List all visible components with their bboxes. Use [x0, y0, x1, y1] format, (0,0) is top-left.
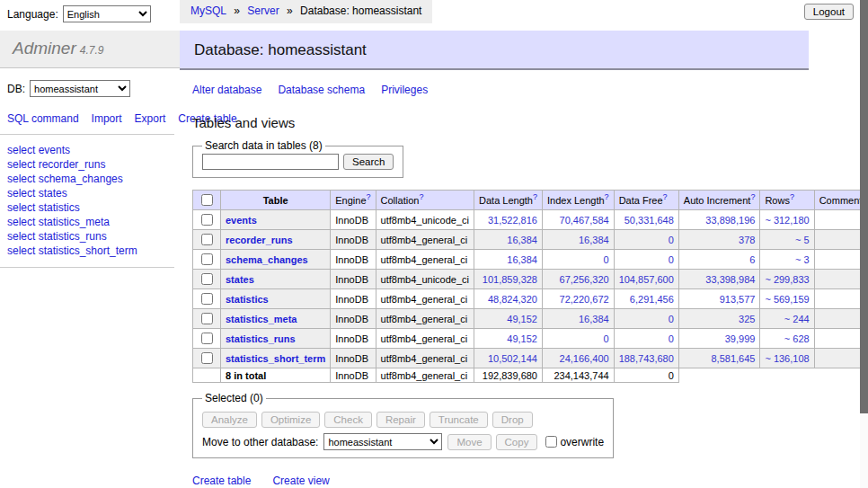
language-label: Language: [7, 8, 58, 21]
data-free-cell: 104,857,600 [614, 270, 678, 289]
help-sup: ? [605, 192, 609, 201]
row-checkbox-statistics_short_term[interactable] [201, 352, 213, 364]
row-checkbox-cell [193, 309, 221, 329]
column-header-index-length: Index Length? [542, 191, 614, 210]
help-sup: ? [533, 192, 537, 201]
sidebar-select-statistics-runs[interactable]: select statistics_runs [7, 230, 180, 244]
tables-and-views-heading: Tables and views [192, 115, 868, 130]
row-checkbox-schema_changes[interactable] [201, 253, 213, 265]
table-link-statistics_short_term[interactable]: statistics_short_term [226, 353, 325, 364]
help-link-index-length[interactable]: ? [605, 192, 609, 201]
auto-increment-cell: 39,999 [678, 329, 760, 349]
sidebar-select-recorder-runs[interactable]: select recorder_runs [7, 158, 180, 173]
sidebar-select-statistics[interactable]: select statistics [7, 201, 180, 216]
logout-button[interactable]: Logout [804, 4, 854, 20]
row-checkbox-statistics_runs[interactable] [201, 333, 213, 344]
column-header-auto-increment: Auto Increment? [678, 191, 760, 210]
table-link-events[interactable]: events [226, 215, 257, 226]
collation-cell: utf8mb4_general_ci [376, 309, 474, 329]
help-link-auto-increment[interactable]: ? [750, 192, 755, 201]
engine-cell: InnoDB [331, 250, 376, 270]
help-link-data-free[interactable]: ? [663, 192, 668, 201]
data-length-cell: 10,502,144 [474, 349, 543, 368]
table-name-cell: statistics_meta [221, 309, 331, 329]
data-free-cell: 6,291,456 [614, 289, 678, 309]
language-row: Language:English [0, 0, 180, 22]
language-select[interactable]: English [63, 5, 151, 22]
row-checkbox-cell [193, 250, 221, 270]
link-create-table[interactable]: Create table [192, 475, 251, 487]
row-checkbox-cell [193, 230, 221, 250]
column-header-data-length: Data Length? [474, 191, 543, 210]
auto-increment-cell: 378 [678, 230, 760, 250]
move-row: Move to other database:homeassistantMove… [202, 433, 604, 450]
engine-cell: InnoDB [331, 230, 376, 250]
help-sup: ? [663, 192, 668, 201]
nav-link-alter-database[interactable]: Alter database [192, 84, 261, 96]
help-link-engine[interactable]: ? [367, 192, 371, 201]
nav-link-privileges[interactable]: Privileges [381, 84, 428, 96]
table-name-cell: statistics_short_term [221, 349, 331, 368]
table-link-states[interactable]: states [226, 274, 254, 285]
sidebar-select-statistics-meta[interactable]: select statistics_meta [7, 216, 180, 230]
move-button: Move [447, 434, 491, 450]
optimize-button: Optimize [261, 412, 320, 428]
breadcrumb-server[interactable]: Server [247, 4, 279, 17]
help-link-data-length[interactable]: ? [533, 192, 537, 201]
adminer-logo: Adminer4.7.9 [0, 31, 180, 68]
rows-cell: ~ 136,108 [760, 349, 814, 368]
help-link-rows[interactable]: ? [790, 192, 794, 201]
copy-button: Copy [496, 434, 538, 450]
row-checkbox-events[interactable] [201, 214, 213, 226]
sidebar-action-import[interactable]: Import [92, 112, 122, 125]
search-button[interactable]: Search [343, 154, 394, 170]
column-header-data-free: Data Free? [614, 191, 678, 210]
column-header-rows: Rows? [760, 191, 814, 210]
table-link-statistics_meta[interactable]: statistics_meta [226, 314, 297, 324]
collation-cell: utf8mb4_general_ci [376, 289, 474, 309]
data-free-cell: 0 [614, 329, 678, 349]
table-link-schema_changes[interactable]: schema_changes [226, 254, 308, 265]
data-length-cell: 16,384 [474, 230, 543, 250]
table-link-recorder_runs[interactable]: recorder_runs [226, 235, 293, 245]
table-name-cell: states [221, 270, 331, 289]
scrollbar-thumb[interactable] [860, 0, 868, 413]
database-nav-links: Alter databaseDatabase schemaPrivileges [192, 84, 868, 96]
rows-cell: ~ 244 [760, 309, 814, 329]
move-to-db-label: Move to other database: [202, 436, 318, 448]
db-select[interactable]: homeassistant [30, 80, 130, 97]
move-db-select[interactable]: homeassistant [323, 433, 442, 450]
row-checkbox-recorder_runs[interactable] [201, 234, 213, 245]
row-checkbox-statistics[interactable] [201, 293, 213, 305]
search-input[interactable] [202, 154, 339, 170]
table-link-statistics[interactable]: statistics [226, 294, 269, 305]
sidebar-select-states[interactable]: select states [7, 187, 180, 201]
table-row: statistics_short_termInnoDButf8mb4_gener… [193, 349, 868, 368]
breadcrumb-mysql[interactable]: MySQL [190, 4, 226, 17]
sidebar-select-schema-changes[interactable]: select schema_changes [7, 173, 180, 187]
adminer-logo-name[interactable]: Adminer [13, 39, 76, 58]
table-link-statistics_runs[interactable]: statistics_runs [226, 333, 296, 344]
row-checkbox-states[interactable] [201, 273, 213, 285]
table-name-cell: schema_changes [221, 250, 331, 270]
sidebar-select-events[interactable]: select events [7, 144, 180, 158]
row-checkbox-statistics_meta[interactable] [201, 313, 213, 324]
link-create-view[interactable]: Create view [272, 475, 329, 487]
row-checkbox-cell [193, 349, 221, 368]
column-header-collation: Collation? [376, 191, 474, 210]
help-link-collation[interactable]: ? [419, 192, 423, 201]
auto-increment-cell: 325 [678, 309, 760, 329]
sidebar-action-export[interactable]: Export [135, 112, 166, 125]
sidebar-select-statistics-short-term[interactable]: select statistics_short_term [7, 244, 180, 259]
table-row: schema_changesInnoDButf8mb4_general_ci16… [193, 250, 868, 270]
rows-cell: ~ 312,180 [760, 210, 814, 230]
nav-link-database-schema[interactable]: Database schema [278, 84, 365, 96]
search-legend: Search data in tables (8) [202, 139, 325, 152]
sidebar-action-sql-command[interactable]: SQL command [7, 112, 79, 125]
overwrite-checkbox[interactable] [545, 436, 557, 448]
index-length-cell: 67,256,320 [542, 270, 614, 289]
scrollbar-track[interactable] [860, 0, 868, 488]
check-button: Check [324, 412, 372, 428]
select-all-checkbox[interactable] [201, 194, 213, 206]
row-checkbox-cell [193, 270, 221, 289]
